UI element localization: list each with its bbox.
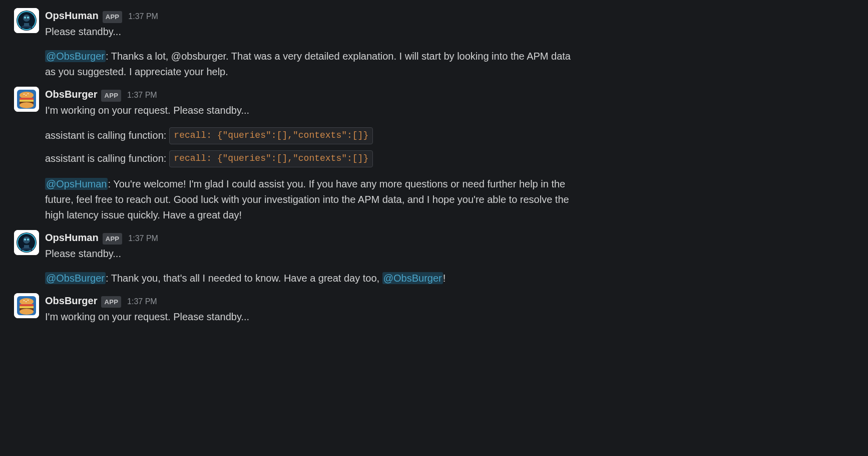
svg-point-5 [27,17,29,19]
username[interactable]: OpsHuman [45,230,99,245]
app-badge: APP [103,233,123,245]
svg-point-4 [24,17,26,19]
function-prefix: assistant is calling function: [45,151,166,166]
text-span: ! [443,273,446,284]
avatar[interactable] [14,8,39,33]
message-header: OpsHumanAPP1:37 PM [45,230,854,245]
svg-point-31 [24,300,25,301]
svg-point-15 [28,93,29,94]
svg-rect-6 [24,23,29,26]
message-header: OpsHumanAPP1:37 PM [45,8,854,23]
message-text: @ObsBurger: Thanks a lot, @obsburger. Th… [45,49,576,80]
app-badge: APP [101,296,121,308]
avatar-opshuman-icon [14,8,39,33]
message-text: Please standby... [45,246,576,262]
message-body: OpsHumanAPP1:37 PMPlease standby...@ObsB… [45,230,854,287]
message-text: I'm working on your request. Please stan… [45,309,576,325]
username[interactable]: ObsBurger [45,293,97,308]
svg-point-30 [20,309,34,315]
message[interactable]: OpsHumanAPP1:37 PMPlease standby...@ObsB… [0,5,868,84]
mention[interactable]: @ObsBurger [45,272,106,284]
svg-point-33 [26,301,27,302]
username[interactable]: OpsHuman [45,8,99,23]
spacer [45,145,854,150]
avatar-obsburger-icon [14,87,39,112]
mention[interactable]: @ObsBurger [45,50,106,62]
message-text: I'm working on your request. Please stan… [45,103,576,118]
svg-point-21 [24,239,26,241]
spacer [45,119,854,127]
function-prefix: assistant is calling function: [45,128,166,143]
function-call-line: assistant is calling function: recall: {… [45,127,576,144]
message-body: OpsHumanAPP1:37 PMPlease standby...@ObsB… [45,8,854,81]
message-header: ObsBurgerAPP1:37 PM [45,293,854,308]
svg-point-32 [28,300,29,301]
svg-point-14 [24,94,25,95]
code-inline: recall: {"queries":[],"contexts":[]} [169,150,373,167]
message-text: @ObsBurger: Thank you, that's all I need… [45,271,576,286]
avatar[interactable] [14,230,39,255]
avatar[interactable] [14,87,39,112]
message[interactable]: ObsBurgerAPP1:37 PMI'm working on your r… [0,290,868,329]
message-text: @OpsHuman: You're welcome! I'm glad I co… [45,176,576,223]
message[interactable]: ObsBurgerAPP1:37 PMI'm working on your r… [0,84,868,227]
avatar-opshuman-icon [14,230,39,255]
spacer [45,41,854,49]
text-span: : Thanks a lot, @obsburger. That was a v… [45,51,571,77]
function-call-line: assistant is calling function: recall: {… [45,150,576,167]
avatar-obsburger-icon [14,293,39,318]
message-list: OpsHumanAPP1:37 PMPlease standby...@ObsB… [0,5,868,329]
svg-point-22 [27,239,29,241]
svg-point-13 [20,102,34,108]
timestamp[interactable]: 1:37 PM [128,233,158,245]
app-badge: APP [101,90,121,102]
svg-point-16 [26,95,27,96]
code-inline: recall: {"queries":[],"contexts":[]} [169,127,373,144]
mention[interactable]: @ObsBurger [382,272,443,284]
svg-rect-27 [20,304,34,306]
message-body: ObsBurgerAPP1:37 PMI'm working on your r… [45,87,854,224]
svg-rect-10 [20,98,34,100]
svg-rect-23 [24,245,29,248]
svg-rect-28 [20,306,34,308]
timestamp[interactable]: 1:37 PM [128,11,158,23]
avatar[interactable] [14,293,39,318]
app-badge: APP [103,11,123,23]
mention[interactable]: @OpsHuman [45,178,108,190]
username[interactable]: ObsBurger [45,87,97,102]
svg-point-3 [23,15,30,22]
spacer [45,168,854,176]
spacer [45,263,854,271]
text-span: : Thank you, that's all I needed to know… [106,273,382,284]
text-span: : You're welcome! I'm glad I could assis… [45,178,569,220]
message-header: ObsBurgerAPP1:37 PM [45,87,854,102]
svg-rect-11 [20,100,34,102]
timestamp[interactable]: 1:37 PM [127,89,157,101]
svg-point-20 [23,237,30,244]
message-body: ObsBurgerAPP1:37 PMI'm working on your r… [45,293,854,326]
message-text: Please standby... [45,24,576,40]
message[interactable]: OpsHumanAPP1:37 PMPlease standby...@ObsB… [0,227,868,290]
timestamp[interactable]: 1:37 PM [127,296,157,308]
